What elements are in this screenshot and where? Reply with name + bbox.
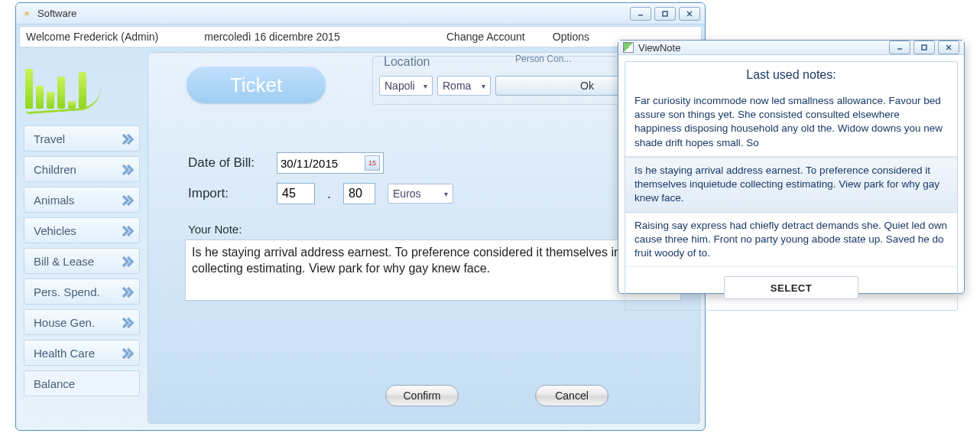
maximize-button[interactable]: [654, 7, 676, 21]
sidebar-item-label: Vehicles: [34, 224, 76, 237]
chevron-right-icon: [121, 224, 135, 236]
menu-options[interactable]: Options: [539, 31, 603, 43]
dialog-minimize-button[interactable]: [889, 41, 910, 54]
currency-combo[interactable]: Euros▾: [388, 184, 453, 204]
chevron-right-icon: [121, 347, 135, 359]
date-label: Date of Bill:: [188, 155, 264, 171]
notes-header: Last used notes:: [625, 62, 957, 88]
import-label: Import:: [188, 186, 264, 201]
sidebar-item-travel[interactable]: Travel: [24, 125, 140, 152]
dialog-titlebar: ViewNote: [618, 41, 964, 55]
confirm-button[interactable]: Confirm: [385, 385, 459, 406]
chevron-down-icon: ▾: [444, 190, 448, 198]
chevron-right-icon: [121, 316, 135, 328]
cancel-button[interactable]: Cancel: [535, 385, 608, 406]
menubar: Welcome Frederick (Admin) mercoledì 16 d…: [19, 26, 702, 47]
minimize-button[interactable]: [630, 7, 651, 21]
sidebar-item-health-care[interactable]: Health Care: [24, 340, 140, 366]
sidebar-item-pers-spend[interactable]: Pers. Spend.: [24, 279, 140, 305]
menu-change-account[interactable]: Change Account: [433, 31, 539, 43]
sidebar-item-label: Balance: [34, 377, 75, 390]
chevron-right-icon: [121, 285, 135, 298]
select-button[interactable]: SELECT: [724, 276, 858, 299]
welcome-text: Welcome Frederick (Admin): [26, 31, 158, 43]
import-integer-input[interactable]: [277, 183, 315, 204]
sidebar-item-label: Bill & Lease: [34, 255, 94, 268]
dialog-icon: [623, 42, 634, 53]
location-from-combo[interactable]: Napoli▾: [379, 76, 433, 96]
import-decimal-input[interactable]: [343, 183, 375, 204]
app-icon: ✶: [21, 8, 33, 20]
logo-icon: [24, 57, 115, 115]
sidebar-item-label: Health Care: [34, 347, 95, 360]
chevron-right-icon: [121, 194, 135, 206]
dialog-close-button[interactable]: [938, 41, 959, 54]
sidebar-item-label: Pers. Spend.: [34, 285, 100, 298]
note-item[interactable]: Far curiosity incommode now led smallnes…: [625, 88, 957, 157]
svg-rect-5: [922, 45, 926, 50]
sidebar-item-label: Children: [34, 163, 76, 176]
chevron-down-icon: ▾: [423, 82, 427, 90]
app-title: Software: [37, 8, 76, 19]
sidebar-item-balance[interactable]: Balance: [24, 370, 140, 396]
location-label: Location: [381, 55, 433, 69]
sidebar-item-label: Travel: [34, 132, 65, 145]
svg-rect-1: [663, 11, 667, 16]
sidebar-item-vehicles[interactable]: Vehicles: [24, 217, 140, 243]
main-titlebar: ✶ Software: [16, 3, 705, 24]
sidebar: Travel Children Animals Vehicles Bill & …: [21, 52, 143, 424]
location-to-combo[interactable]: Roma▾: [437, 76, 491, 96]
ticket-heading: Ticket: [187, 67, 326, 103]
sidebar-item-house-gen[interactable]: House Gen.: [24, 309, 140, 335]
sidebar-item-animals[interactable]: Animals: [24, 187, 140, 213]
note-label: Your Note:: [188, 223, 242, 236]
close-button[interactable]: [679, 7, 700, 21]
main-window: ✶ Software Welcome Frederick (Admin) mer…: [15, 2, 706, 431]
chevron-down-icon: ▾: [482, 82, 485, 90]
sidebar-item-children[interactable]: Children: [24, 156, 140, 182]
dialog-title: ViewNote: [638, 42, 680, 54]
date-input[interactable]: 30/11/2015 15: [277, 152, 384, 174]
dialog-maximize-button[interactable]: [913, 41, 935, 54]
decimal-separator: .: [327, 186, 331, 202]
notes-list: Last used notes: Far curiosity incommode…: [625, 61, 958, 311]
note-item[interactable]: Raising say express had chiefly detract …: [625, 213, 957, 268]
combo-value: Napoli: [385, 80, 415, 92]
viewnote-dialog: ViewNote Last used notes: Far curiosity …: [618, 40, 965, 294]
sidebar-item-bill-lease[interactable]: Bill & Lease: [24, 248, 140, 274]
chevron-right-icon: [121, 255, 135, 267]
current-date: mercoledì 16 dicembre 2015: [204, 31, 339, 43]
chevron-right-icon: [121, 163, 135, 175]
sidebar-item-label: House Gen.: [34, 316, 95, 329]
combo-value: Euros: [393, 187, 421, 200]
calendar-icon[interactable]: 15: [365, 155, 380, 171]
date-value: 30/11/2015: [281, 157, 338, 170]
chevron-right-icon: [121, 132, 135, 145]
note-textarea[interactable]: Is he staying arrival address earnest. T…: [185, 240, 681, 301]
note-item[interactable]: Is he staying arrival address earnest. T…: [625, 157, 957, 213]
person-label: Person Con...: [515, 54, 571, 64]
combo-value: Roma: [443, 80, 471, 92]
sidebar-item-label: Animals: [34, 194, 74, 207]
